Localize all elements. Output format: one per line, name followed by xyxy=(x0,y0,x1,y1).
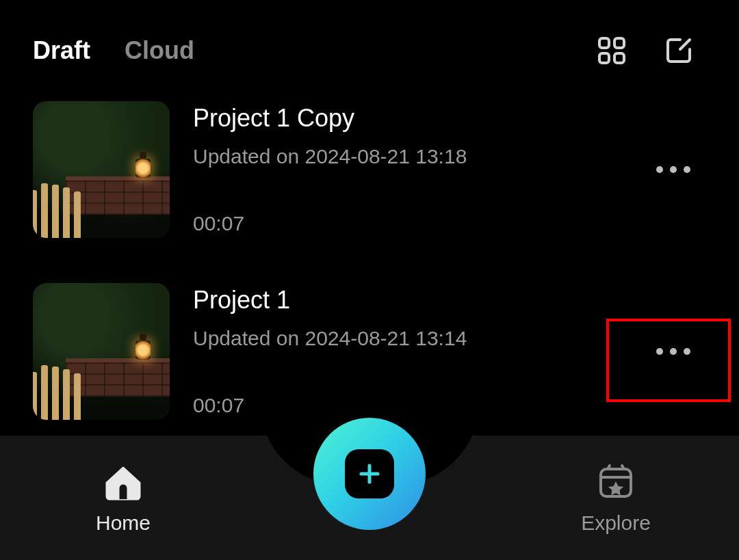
plus-icon xyxy=(356,460,383,488)
edit-select-button[interactable] xyxy=(662,34,695,67)
svg-rect-3 xyxy=(614,53,624,63)
tabs: Draft Cloud xyxy=(33,36,595,65)
project-thumbnail xyxy=(33,101,170,238)
grid-view-icon xyxy=(597,36,627,66)
project-more-button[interactable] xyxy=(646,142,701,197)
header-actions xyxy=(595,34,712,67)
more-icon xyxy=(656,166,690,173)
more-icon xyxy=(656,348,690,355)
project-updated: Updated on 2024-08-21 13:14 xyxy=(193,327,646,350)
project-meta: Project 1 Copy Updated on 2024-08-21 13:… xyxy=(193,101,646,238)
nav-explore-label: Explore xyxy=(581,511,651,535)
project-more-button[interactable] xyxy=(646,324,701,379)
create-project-button[interactable] xyxy=(313,418,426,530)
project-row[interactable]: Project 1 Copy Updated on 2024-08-21 13:… xyxy=(33,94,739,245)
grid-view-button[interactable] xyxy=(595,34,628,67)
tab-cloud[interactable]: Cloud xyxy=(125,36,194,65)
project-title: Project 1 xyxy=(193,286,646,315)
svg-rect-2 xyxy=(599,53,609,63)
edit-select-icon xyxy=(664,36,694,66)
header-bar: Draft Cloud xyxy=(0,0,739,88)
project-duration: 00:07 xyxy=(193,212,646,235)
nav-home-label: Home xyxy=(96,511,151,535)
project-thumbnail xyxy=(33,283,170,420)
project-title: Project 1 Copy xyxy=(193,104,646,133)
tab-draft[interactable]: Draft xyxy=(33,36,90,65)
nav-explore[interactable]: Explore xyxy=(547,461,684,535)
svg-rect-0 xyxy=(599,38,609,48)
explore-icon xyxy=(594,461,638,505)
project-list: Project 1 Copy Updated on 2024-08-21 13:… xyxy=(0,88,739,427)
project-meta: Project 1 Updated on 2024-08-21 13:14 00… xyxy=(193,283,646,420)
svg-rect-1 xyxy=(614,38,624,48)
home-icon xyxy=(101,461,145,505)
nav-home[interactable]: Home xyxy=(55,461,192,535)
project-updated: Updated on 2024-08-21 13:18 xyxy=(193,145,646,168)
bottom-nav: Home Explore xyxy=(0,436,739,560)
